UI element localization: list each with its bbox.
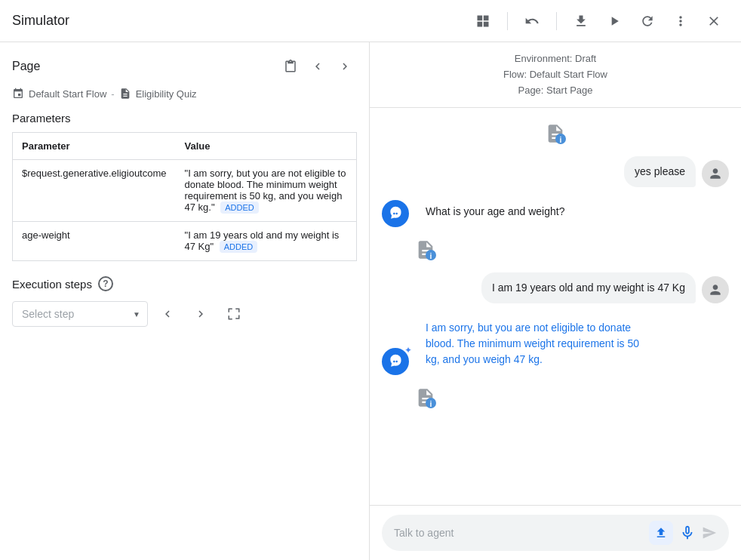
agent-ai-avatar: ✦ (382, 348, 409, 375)
flow-icon (12, 88, 24, 100)
message-text: yes please (635, 165, 685, 177)
import-button[interactable] (649, 521, 673, 545)
chat-info-bar: Environment: Draft Flow: Default Start F… (370, 42, 741, 108)
message-bubble-user-1: yes please (624, 156, 696, 187)
toolbar-actions (468, 6, 729, 36)
download-button[interactable] (566, 6, 596, 36)
message-bubble-agent-1: What is your age and weight? (415, 196, 575, 227)
chat-input-area (370, 505, 741, 560)
param-col-header: Parameter (13, 133, 176, 160)
value-col-header: Value (176, 133, 357, 160)
page-icon (119, 88, 131, 100)
divider-2 (556, 12, 557, 30)
page-name: Eligibility Quiz (136, 88, 197, 100)
prev-step-button[interactable] (154, 300, 181, 328)
svg-text:i: i (430, 251, 432, 260)
added-badge-1: ADDED (220, 241, 258, 253)
top-bar: Simulator (0, 0, 741, 42)
help-icon[interactable]: ? (98, 276, 113, 291)
prev-page-button[interactable] (306, 54, 330, 78)
clipboard-icon-button[interactable] (278, 54, 303, 78)
select-step-wrapper[interactable]: Select step (12, 301, 148, 327)
message-bubble-agent-ai: I am sorry, but you are not eligible to … (415, 312, 656, 375)
flow-name: Default Start Flow (29, 88, 106, 100)
app-title: Simulator (12, 13, 468, 29)
message-row-agent-1: What is your age and weight? (382, 196, 729, 227)
parameters-table: Parameter Value $request.generative.elig… (12, 132, 357, 261)
chat-messages: i yes please What is your age and weight… (370, 108, 741, 505)
table-row: age-weight "I am 19 years old and my wei… (13, 222, 357, 261)
agent-avatar-1 (382, 200, 409, 227)
page-header: Page (12, 54, 357, 78)
doc-icon-mid: i (382, 236, 729, 263)
next-step-button[interactable] (187, 300, 214, 328)
message-text: I am 19 years old and my weight is 47 Kg (492, 282, 685, 294)
execution-steps-header: Execution steps ? (12, 276, 357, 291)
more-options-button[interactable] (666, 6, 696, 36)
message-text: What is your age and weight? (426, 205, 564, 217)
user-avatar-2 (702, 276, 729, 303)
info-line1: Environment: Draft (385, 51, 726, 67)
message-row-user-2: I am 19 years old and my weight is 47 Kg (382, 272, 729, 303)
doc-icon-top: i (382, 120, 729, 147)
message-text: I am sorry, but you are not eligible to … (426, 322, 639, 365)
param-value-1: "I am 19 years old and my weight is 47 K… (176, 222, 357, 261)
right-panel: Environment: Draft Flow: Default Start F… (370, 42, 741, 560)
divider-1 (507, 12, 508, 30)
close-button[interactable] (699, 6, 729, 36)
chat-input[interactable] (394, 527, 643, 539)
next-page-button[interactable] (333, 54, 357, 78)
svg-text:i: i (560, 135, 562, 144)
exec-steps-controls: Select step (12, 300, 357, 328)
message-bubble-user-2: I am 19 years old and my weight is 47 Kg (481, 272, 696, 303)
page-nav (278, 54, 357, 78)
param-name-1: age-weight (13, 222, 176, 261)
refresh-button[interactable] (632, 6, 663, 36)
parameters-title: Parameters (12, 112, 357, 125)
execution-steps-title: Execution steps (12, 278, 92, 291)
undo-button[interactable] (517, 6, 547, 36)
send-button[interactable] (702, 525, 717, 540)
play-button[interactable] (599, 6, 629, 36)
param-value-0: "I am sorry, but you are not eligible to… (176, 160, 357, 222)
message-row-agent-ai: ✦ I am sorry, but you are not eligible t… (382, 312, 729, 375)
doc-icon-bot: i (382, 384, 729, 411)
breadcrumb: Default Start Flow - Eligibility Quiz (12, 88, 357, 100)
table-row: $request.generative.eligioutcome "I am s… (13, 160, 357, 222)
added-badge-0: ADDED (220, 202, 259, 214)
grid-icon-button[interactable] (468, 6, 498, 36)
main-content: Page Default Start Flow - Eligibility Qu… (0, 42, 741, 560)
param-name-0: $request.generative.eligioutcome (13, 160, 176, 222)
chat-input-wrapper (382, 515, 729, 551)
svg-text:i: i (430, 399, 432, 408)
left-panel: Page Default Start Flow - Eligibility Qu… (0, 42, 370, 560)
message-row-user-1: yes please (382, 156, 729, 187)
breadcrumb-sep: - (111, 88, 114, 100)
user-avatar-1 (702, 160, 729, 187)
info-line3: Page: Start Page (385, 83, 726, 99)
mic-button[interactable] (679, 525, 696, 541)
info-line2: Flow: Default Start Flow (385, 67, 726, 83)
page-label: Page (12, 60, 40, 73)
focus-step-button[interactable] (220, 300, 248, 328)
select-step-dropdown[interactable]: Select step (12, 301, 148, 327)
